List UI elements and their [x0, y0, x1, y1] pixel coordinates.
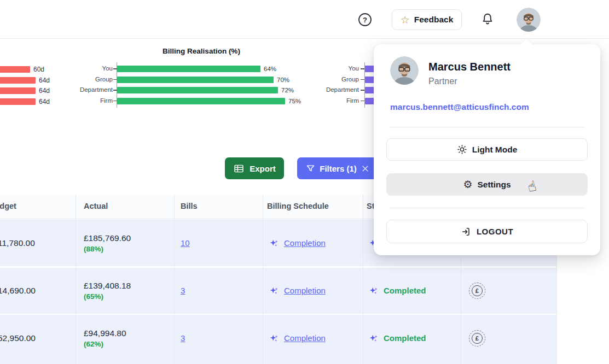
pound-symbol: £ [472, 285, 483, 296]
profile-name: Marcus Bennett [428, 61, 511, 73]
question-icon: ? [358, 13, 372, 27]
axis-tick [361, 68, 364, 69]
bills-link[interactable]: 3 [181, 333, 185, 343]
close-icon[interactable] [361, 165, 369, 173]
spreadsheet-icon [233, 163, 245, 174]
budget-value: 14,690.00 [0, 286, 36, 296]
currency-icon[interactable]: £ [469, 283, 485, 299]
bar-value-label: 64d [39, 87, 50, 95]
bar-value-label: 70% [277, 77, 289, 83]
bar-value-label: 60d [33, 66, 44, 73]
profile-email-link[interactable]: marcus.bennett@atticusfinch.com [390, 102, 529, 112]
bar-row: 75% [117, 98, 301, 104]
bar [117, 98, 285, 104]
avatar-photo [390, 56, 419, 85]
sun-icon [457, 144, 467, 155]
currency-icon[interactable]: £ [469, 330, 485, 347]
bar-row: 60d [0, 66, 44, 73]
light-mode-button[interactable]: Light Mode [386, 138, 588, 161]
profile-menu: Marcus Bennett Partner marcus.bennett@at… [374, 44, 600, 255]
settings-label: Settings [477, 180, 511, 190]
table-row[interactable]: 14,690.00 £139,408.18 (65%) 3 Completion… [0, 268, 556, 314]
actual-cell: £139,408.18 (65%) [84, 268, 131, 314]
actual-value: £139,408.18 [84, 281, 131, 291]
bar-row: 64% [117, 66, 276, 72]
filters-button[interactable]: Filters (1) [297, 157, 378, 179]
column-divider [363, 195, 363, 364]
bar [0, 77, 36, 84]
billing-schedule-link[interactable]: Completion [284, 286, 326, 295]
axis-tick [113, 68, 117, 69]
budget-cell: 11,780.00 [0, 220, 35, 266]
bar [117, 77, 274, 83]
bar-row: 64d [0, 77, 50, 84]
axis-tick [361, 90, 364, 91]
status-cell: Completed [369, 315, 426, 361]
bar [0, 66, 30, 73]
billing-schedule-link[interactable]: Completion [284, 333, 326, 343]
bell-icon [480, 12, 495, 26]
svg-text:?: ? [363, 16, 367, 24]
budget-value: 11,780.00 [0, 238, 35, 248]
bills-cell: 10 [181, 220, 190, 266]
bar-row: 64d [0, 87, 50, 95]
divider [389, 127, 585, 127]
status-label: Completed [384, 333, 426, 343]
column-divider [174, 195, 175, 364]
filters-label: Filters (1) [320, 164, 357, 173]
billing-schedule-link[interactable]: Completion [284, 238, 326, 248]
export-button[interactable]: Export [225, 157, 284, 179]
currency-cell: £ [469, 315, 485, 361]
axis-tick [361, 79, 364, 80]
menu-caret [519, 38, 533, 51]
funnel-icon [306, 164, 315, 173]
bar [117, 66, 260, 72]
chart-title: Billing Realisation (%) [114, 47, 289, 55]
category-label: Firm [63, 97, 113, 104]
notifications-button[interactable] [480, 12, 495, 28]
bills-link[interactable]: 10 [181, 238, 190, 248]
profile-avatar [390, 56, 419, 85]
help-button[interactable]: ? [358, 13, 372, 27]
budget-cell: 14,690.00 [0, 268, 36, 314]
bar-value-label: 64% [264, 66, 276, 72]
header-budget: Budget [0, 202, 16, 210]
actual-cell: £185,769.60 (88%) [84, 220, 131, 266]
category-label: You [63, 64, 113, 72]
billing-schedule-cell: Completion [269, 315, 326, 361]
category-label: Firm [310, 97, 359, 104]
bills-cell: 3 [181, 315, 185, 361]
actual-percent: (65%) [84, 292, 103, 301]
budget-cell: 52,950.00 [0, 315, 36, 361]
category-label: Department [310, 86, 359, 93]
bar-row: 70% [117, 77, 289, 83]
actual-value: £94,994.80 [84, 328, 126, 338]
logout-button[interactable]: LOGOUT [386, 220, 588, 243]
bar [0, 87, 36, 94]
billing-schedule-cell: Completion [269, 220, 326, 266]
sparkle-icon [369, 286, 379, 296]
budget-value: 52,950.00 [0, 333, 36, 343]
user-avatar[interactable] [517, 8, 541, 32]
actual-value: £185,769.60 [84, 233, 131, 243]
sparkle-icon [269, 333, 279, 343]
top-bar: ? ☆ Feedback [0, 0, 609, 39]
bar-value-label: 64d [39, 77, 50, 84]
sparkle-icon [269, 286, 279, 296]
export-label: Export [250, 164, 276, 173]
axis-tick [113, 90, 117, 91]
star-icon: ☆ [401, 15, 410, 25]
header-billing-schedule: Billing Schedule [267, 202, 329, 210]
category-label: Department [63, 86, 113, 93]
table-row[interactable]: 52,950.00 £94,994.80 (62%) 3 Completion … [0, 315, 556, 364]
bar-row: 64d [0, 98, 50, 105]
feedback-button[interactable]: ☆ Feedback [392, 9, 462, 30]
header-bills: Bills [181, 202, 198, 210]
column-divider [76, 195, 76, 364]
actual-cell: £94,994.80 (62%) [84, 315, 126, 361]
bills-link[interactable]: 3 [181, 286, 185, 295]
bar-row: 72% [117, 87, 294, 93]
sparkle-icon [369, 333, 379, 343]
actual-percent: (88%) [84, 245, 103, 253]
settings-button[interactable]: ⚙ Settings [386, 173, 588, 196]
